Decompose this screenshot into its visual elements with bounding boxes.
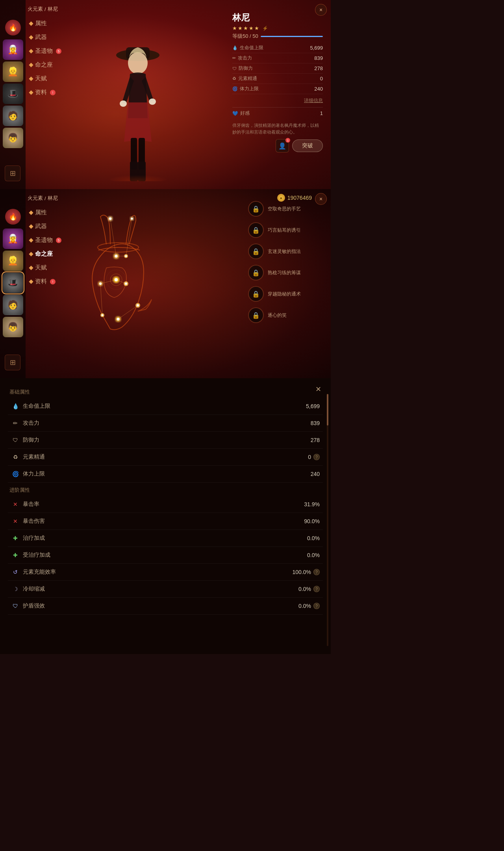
stat-val-em: 0 — [320, 76, 323, 82]
avatar2-3-active[interactable]: 🎩 — [3, 273, 23, 293]
lock-icon-2: 🔒 — [252, 227, 260, 234]
detail-stat-left-crit-rate: ✕ 暴击率 — [11, 500, 39, 509]
stat-row-hp: 💧 生命值上限 5,699 — [232, 43, 323, 53]
detail-stat-left-cd: ☽ 冷却缩减 — [11, 585, 45, 593]
detail-crit-dmg-label: 暴击伤害 — [23, 518, 45, 525]
svg-point-23 — [115, 255, 118, 258]
stamina-icon: 🌀 — [232, 86, 238, 91]
svg-point-19 — [109, 217, 111, 220]
svg-line-16 — [118, 305, 138, 319]
er-help-icon[interactable]: ? — [313, 569, 320, 575]
svg-point-37 — [137, 304, 139, 307]
detail-stat-left-atk: ✏ 攻击力 — [11, 419, 39, 427]
level-fill — [261, 36, 323, 37]
nav-item-talents[interactable]: 天赋 — [30, 75, 61, 82]
cd-help-icon[interactable]: ? — [313, 586, 320, 592]
avatar2-4[interactable]: 🧑 — [3, 295, 23, 315]
nav-item-constellation[interactable]: 命之座 — [30, 61, 61, 69]
panel-detailed-stats: ✕ 基础属性 💧 生命值上限 5,699 ✏ 攻击力 839 🛡 防御力 278 — [0, 378, 331, 654]
star-2: ★ — [238, 25, 243, 31]
detail-em-icon: ♻ — [11, 453, 20, 461]
lock-icon-3: 🔒 — [252, 248, 260, 255]
panel-character-stats: 火元素 / 林尼 × 🔥 🧝 👱 🎩 🧑 👦 ⊞ 属性 — [0, 0, 331, 189]
lock-circle-4: 🔒 — [248, 265, 264, 281]
detail-stat-row-er: ↺ 元素充能效率 100.0% ? — [8, 564, 323, 581]
ability-item-6[interactable]: 🔒 逐心的笑 — [248, 307, 327, 323]
avatar-3[interactable]: 🎩 — [3, 84, 23, 104]
breadcrumb2-sep: / — [44, 195, 46, 201]
stat-row-em: ♻ 元素精通 0 — [232, 74, 323, 84]
ability-name-3: 玄迷灵敏的指法 — [268, 248, 301, 255]
detail-shield-icon: 🛡 — [11, 602, 20, 610]
detail-em-val: 0 ? — [308, 454, 320, 460]
constellation-abilities: 🔒 空取奇思的手艺 🔒 巧言贴耳的诱引 🔒 玄迷灵敏的指法 🔒 熟稔习练的筹谋 … — [248, 201, 327, 323]
avatar-4[interactable]: 🧑 — [3, 106, 23, 126]
nav-diamond — [29, 63, 33, 67]
detail-stat-row-heal: ✚ 治疗加成 0.0% — [8, 530, 323, 547]
ability-item-1[interactable]: 🔒 空取奇思的手艺 — [248, 201, 327, 217]
ability-item-2[interactable]: 🔒 巧言贴耳的诱引 — [248, 222, 327, 238]
avatar2-1[interactable]: 🧝 — [3, 229, 23, 249]
stat-row-def: 🛡 防御力 278 — [232, 63, 323, 74]
detail-stat-row-shield: 🛡 护盾强效 0.0% ? — [8, 598, 323, 615]
element-icon[interactable]: 🔥 — [5, 20, 21, 35]
detail-stat-left-er: ↺ 元素充能效率 — [11, 568, 56, 576]
panel3-close-button[interactable]: ✕ — [313, 384, 324, 395]
avatar-5[interactable]: 👦 — [3, 128, 23, 148]
character-name: 林尼 — [232, 12, 323, 24]
coin-display: ● 19076469 — [277, 194, 312, 202]
detail-recv-heal-label: 受治疗加成 — [23, 552, 50, 559]
breakthrough-row: 👤 1 突破 — [232, 139, 323, 152]
svg-point-9 — [106, 171, 169, 181]
atk-icon: ✏ — [232, 56, 236, 61]
avatar-2[interactable]: 👱 — [3, 61, 23, 82]
element-icon-2[interactable]: 🔥 — [5, 209, 21, 225]
basic-stats-header: 基础属性 — [8, 388, 323, 396]
ability-item-5[interactable]: 🔒 穿越隐秘的通术 — [248, 286, 327, 302]
detail-er-label: 元素充能效率 — [23, 569, 56, 576]
star-1: ★ — [232, 25, 237, 31]
detail-heal-label: 治疗加成 — [23, 535, 45, 542]
detail-stat-row-stamina: 🌀 体力上限 240 — [8, 466, 323, 483]
panel-constellation: 火元素 / 林尼 × ● 19076469 🔥 🧝 👱 🎩 🧑 👦 ⊞ — [0, 189, 331, 378]
nav-label-attributes: 属性 — [35, 20, 47, 27]
nav-diamond — [29, 35, 33, 39]
grid-button[interactable]: ⊞ — [5, 165, 20, 181]
stars-row: ★ ★ ★ ★ ★ ⚡ — [232, 25, 323, 31]
nav-item-data[interactable]: 资料 ! — [30, 89, 61, 96]
detail-stamina-val: 240 — [311, 471, 320, 477]
breadcrumb-char: 林尼 — [48, 6, 58, 13]
detail-atk-label: 攻击力 — [23, 420, 39, 427]
stat-label-stamina: 🌀 体力上限 — [232, 85, 259, 92]
avatar2-2[interactable]: 👱 — [3, 251, 23, 271]
sidebar: 🔥 🧝 👱 🎩 🧑 👦 ⊞ — [0, 0, 26, 189]
scrollbar-track[interactable] — [327, 394, 328, 646]
breadcrumb-separator: / — [44, 6, 46, 12]
detail-link[interactable]: 详细信息 — [232, 97, 323, 104]
ascend-button[interactable]: 👤 1 — [276, 139, 289, 152]
character-silhouette — [98, 32, 177, 181]
nav-item-attributes[interactable]: 属性 — [30, 20, 61, 27]
stat-row-stamina: 🌀 体力上限 240 — [232, 84, 323, 94]
stat-label-atk: ✏ 攻击力 — [232, 55, 252, 61]
nav-item-artifacts[interactable]: 圣遗物 5 — [30, 47, 61, 55]
ability-item-4[interactable]: 🔒 熟稔习练的筹谋 — [248, 265, 327, 281]
breakthrough-button[interactable]: 突破 — [292, 139, 323, 152]
nav-label-talents: 天赋 — [35, 75, 47, 82]
svg-point-8 — [149, 98, 156, 105]
svg-point-33 — [102, 314, 104, 316]
nav-item-weapon[interactable]: 武器 — [30, 33, 61, 41]
detail-crit-rate-val: 31.9% — [304, 501, 320, 507]
shield-help-icon[interactable]: ? — [313, 603, 320, 609]
avatar2-5[interactable]: 👦 — [3, 317, 23, 337]
detail-er-icon: ↺ — [11, 568, 20, 576]
avatar-1[interactable]: 🧝 — [3, 39, 23, 60]
ability-name-4: 熟稔习练的筹谋 — [268, 269, 301, 276]
lock-circle-1: 🔒 — [248, 201, 264, 217]
grid-button-2[interactable]: ⊞ — [5, 355, 20, 370]
ability-item-3[interactable]: 🔒 玄迷灵敏的指法 — [248, 243, 327, 259]
def-icon: 🛡 — [232, 66, 237, 71]
detail-crit-rate-icon: ✕ — [11, 500, 20, 509]
nav-diamond — [29, 21, 33, 26]
em-help-icon[interactable]: ? — [313, 454, 320, 460]
